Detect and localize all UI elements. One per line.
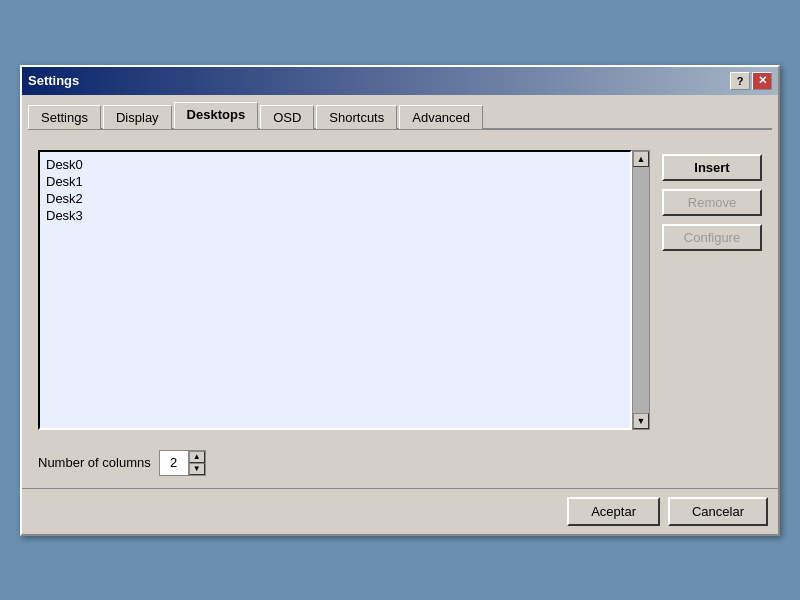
action-buttons: Insert Remove Configure <box>662 150 762 430</box>
scroll-down-arrow[interactable]: ▼ <box>633 413 649 429</box>
tab-shortcuts[interactable]: Shortcuts <box>316 105 397 129</box>
columns-label: Number of columns <box>38 455 151 470</box>
spin-down-arrow[interactable]: ▼ <box>189 463 205 475</box>
tab-settings[interactable]: Settings <box>28 105 101 129</box>
configure-button[interactable]: Configure <box>662 224 762 251</box>
title-bar: Settings ? ✕ <box>22 67 778 95</box>
columns-spinner[interactable]: ▲ ▼ <box>159 450 206 476</box>
remove-button[interactable]: Remove <box>662 189 762 216</box>
help-button[interactable]: ? <box>730 72 750 90</box>
dialog-footer: Aceptar Cancelar <box>22 488 778 534</box>
accept-button[interactable]: Aceptar <box>567 497 660 526</box>
title-bar-buttons: ? ✕ <box>730 72 772 90</box>
dialog-body: Settings Display Desktops OSD Shortcuts … <box>22 95 778 488</box>
list-scrollbar[interactable]: ▲ ▼ <box>632 150 650 430</box>
dialog-title: Settings <box>28 73 79 88</box>
spin-up-arrow[interactable]: ▲ <box>189 451 205 463</box>
desktops-content: Desk0 Desk1 Desk2 Desk3 ▲ ▼ Insert Remov… <box>28 140 772 440</box>
tab-advanced[interactable]: Advanced <box>399 105 483 129</box>
tab-display[interactable]: Display <box>103 105 172 129</box>
tab-osd[interactable]: OSD <box>260 105 314 129</box>
cancel-button[interactable]: Cancelar <box>668 497 768 526</box>
tab-desktops[interactable]: Desktops <box>174 102 259 129</box>
desktops-list[interactable]: Desk0 Desk1 Desk2 Desk3 <box>38 150 632 430</box>
list-item[interactable]: Desk2 <box>44 190 626 207</box>
columns-row: Number of columns ▲ ▼ <box>28 440 772 482</box>
columns-input[interactable] <box>160 454 188 471</box>
list-item[interactable]: Desk1 <box>44 173 626 190</box>
tab-bar: Settings Display Desktops OSD Shortcuts … <box>28 101 772 130</box>
close-button[interactable]: ✕ <box>752 72 772 90</box>
list-panel: Desk0 Desk1 Desk2 Desk3 ▲ ▼ <box>38 150 650 430</box>
list-item[interactable]: Desk3 <box>44 207 626 224</box>
scroll-up-arrow[interactable]: ▲ <box>633 151 649 167</box>
scroll-track[interactable] <box>633 167 649 413</box>
list-item[interactable]: Desk0 <box>44 156 626 173</box>
settings-dialog: Settings ? ✕ Settings Display Desktops O… <box>20 65 780 536</box>
insert-button[interactable]: Insert <box>662 154 762 181</box>
spinner-arrows: ▲ ▼ <box>188 451 205 475</box>
